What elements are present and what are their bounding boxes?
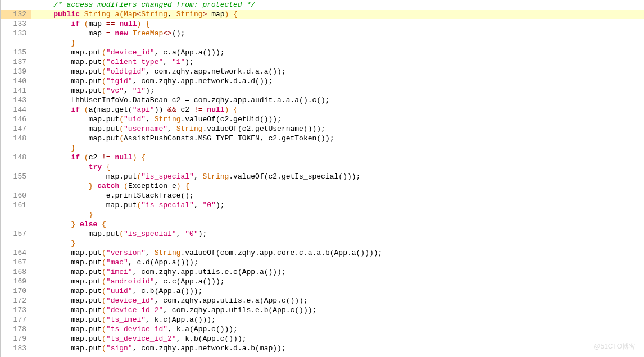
code-row: } catch (Exception e) { [1,181,644,191]
code-line[interactable]: map.put(AssistPushConsts.MSG_TYPE_TOKEN,… [31,134,644,143]
code-line[interactable]: public String a(Map<String, String> map)… [31,10,644,19]
code-line[interactable]: map.put("device_id", com.zqhy.app.utils.… [31,296,644,305]
code-line[interactable]: map.put("androidid", c.c(App.a())); [31,277,644,286]
line-number: 183 [1,344,31,353]
code-row: } [1,38,644,48]
code-row: 160 e.printStackTrace(); [1,191,644,200]
code-line[interactable]: map.put("username", String.valueOf(c2.ge… [31,124,644,134]
line-number: 143 [1,95,31,105]
code-line[interactable]: } [31,239,644,248]
code-row: 161 map.put("is_special", "0"); [1,200,644,210]
code-line[interactable]: map.put("is_special", "0"); [31,229,644,239]
line-number: 160 [1,191,31,200]
code-line[interactable]: /* access modifiers changed from: protec… [31,0,644,10]
code-line[interactable]: map.put("oldtgid", com.zqhy.app.network.… [31,67,644,76]
code-line[interactable]: map.put("ts_device_id", k.a(App.c())); [31,324,644,334]
line-number: 146 [1,115,31,124]
code-row: 167 map.put("mac", c.d(App.a())); [1,258,644,267]
code-line[interactable]: map.put("ts_imei", k.c(App.a())); [31,315,644,324]
code-editor: /* access modifiers changed from: protec… [0,0,644,357]
line-number: 140 [1,76,31,86]
code-row: 139 map.put("oldtgid", com.zqhy.app.netw… [1,67,644,76]
code-row: 172 map.put("device_id", com.zqhy.app.ut… [1,296,644,305]
line-number: 137 [1,57,31,67]
code-line[interactable]: map.put("device_id_2", com.zqhy.app.util… [31,305,644,315]
line-number: 157 [1,229,31,239]
code-row: 178 map.put("ts_device_id", k.a(App.c())… [1,324,644,334]
code-row: 157 map.put("is_special", "0"); [1,229,644,239]
code-line[interactable]: } [31,38,644,48]
code-row: } [1,143,644,153]
code-row: 132 public String a(Map<String, String> … [1,10,644,19]
code-line[interactable]: map.put("tgid", com.zqhy.app.network.d.a… [31,76,644,86]
code-row: 155 map.put("is_special", String.valueOf… [1,172,644,181]
line-number: 177 [1,315,31,324]
line-number: 141 [1,86,31,95]
line-number [1,0,31,10]
line-number: 172 [1,296,31,305]
code-line[interactable]: map.put("uid", String.valueOf(c2.getUid(… [31,115,644,124]
code-row: 170 map.put("uuid", c.b(App.a())); [1,286,644,296]
code-row: 141 map.put("vc", "1"); [1,86,644,95]
watermark: @51CTO博客 [593,342,636,351]
code-line[interactable]: } else { [31,219,644,229]
code-line[interactable]: map.put("uuid", c.b(App.a())); [31,286,644,296]
line-number [1,181,31,191]
code-line[interactable]: if (map == null) { [31,19,644,29]
line-number: 173 [1,305,31,315]
code-row: } [1,210,644,219]
line-number [1,38,31,48]
line-number: 169 [1,277,31,286]
line-number [1,239,31,248]
code-line[interactable]: map.put("device_id", c.a(App.a())); [31,48,644,57]
code-line[interactable]: LhhUserInfoVo.DataBean c2 = com.zqhy.app… [31,95,644,105]
code-line[interactable]: if (c2 != null) { [31,153,644,162]
code-row: 135 map.put("device_id", c.a(App.a())); [1,48,644,57]
line-number: 133 [1,29,31,38]
line-number: 135 [1,48,31,57]
line-number: 148 [1,153,31,162]
line-number: 170 [1,286,31,296]
line-number [1,162,31,172]
code-line[interactable]: } [31,143,644,153]
code-line[interactable]: map.put("imei", com.zqhy.app.utils.e.c(A… [31,267,644,277]
code-line[interactable]: } [31,210,644,219]
code-row: 179 map.put("ts_device_id_2", k.b(App.c(… [1,334,644,344]
code-line[interactable]: map.put("is_special", "0"); [31,200,644,210]
code-line[interactable]: try { [31,162,644,172]
code-row: 147 map.put("username", String.valueOf(c… [1,124,644,134]
line-number [1,219,31,229]
line-number: 168 [1,267,31,277]
code-line[interactable]: map.put("mac", c.d(App.a())); [31,258,644,267]
code-row: 168 map.put("imei", com.zqhy.app.utils.e… [1,267,644,277]
line-number: 139 [1,67,31,76]
code-line[interactable]: e.printStackTrace(); [31,191,644,200]
line-number: 178 [1,324,31,334]
code-line[interactable]: map.put("version", String.valueOf(com.zq… [31,248,644,258]
code-row: 133 map = new TreeMap<>(); [1,29,644,38]
line-number: 167 [1,258,31,267]
code-line[interactable]: map.put("vc", "1"); [31,86,644,95]
code-row: try { [1,162,644,172]
code-row: } [1,239,644,248]
code-row: 164 map.put("version", String.valueOf(co… [1,248,644,258]
line-number: 179 [1,334,31,344]
line-number: 132 [1,10,31,19]
code-row: 146 map.put("uid", String.valueOf(c2.get… [1,115,644,124]
code-line[interactable]: if (a(map.get("api")) && c2 != null) { [31,105,644,115]
line-number: 164 [1,248,31,258]
code-line[interactable]: map.put("ts_device_id_2", k.b(App.c())); [31,334,644,344]
code-line[interactable]: } catch (Exception e) { [31,181,644,191]
code-line[interactable]: map = new TreeMap<>(); [31,29,644,38]
line-number: 161 [1,200,31,210]
code-row: 169 map.put("androidid", c.c(App.a())); [1,277,644,286]
code-row: 137 map.put("client_type", "1"); [1,57,644,67]
code-row: 173 map.put("device_id_2", com.zqhy.app.… [1,305,644,315]
code-line[interactable]: map.put("client_type", "1"); [31,57,644,67]
line-number: 148 [1,134,31,143]
code-line[interactable]: map.put("is_special", String.valueOf(c2.… [31,172,644,181]
code-line[interactable]: map.put("sign", com.zqhy.app.network.d.a… [31,344,644,353]
line-number: 144 [1,105,31,115]
code-row: 143 LhhUserInfoVo.DataBean c2 = com.zqhy… [1,95,644,105]
code-row: 133 if (map == null) { [1,19,644,29]
